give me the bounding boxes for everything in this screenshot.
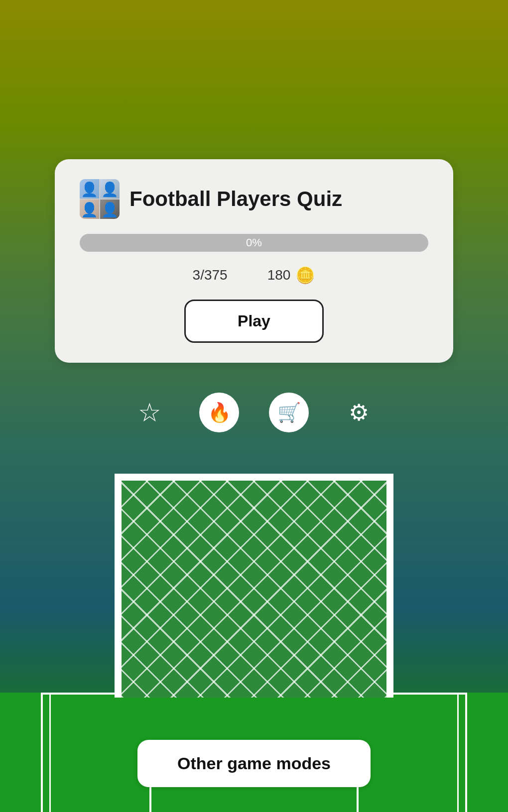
star-icon: ☆ <box>138 398 161 427</box>
play-button[interactable]: Play <box>184 300 324 343</box>
player-cell-2 <box>100 179 120 199</box>
score-stat: 3/375 <box>193 266 228 285</box>
shop-button[interactable]: 🛒 <box>269 393 309 432</box>
cart-icon: 🛒 <box>277 402 301 423</box>
progress-label: 0% <box>246 236 262 249</box>
quiz-card: Football Players Quiz 0% 3/375 180 🪙 Pla… <box>55 159 453 363</box>
coins-stat: 180 🪙 <box>267 266 316 285</box>
other-game-modes-button[interactable]: Other game modes <box>137 740 371 787</box>
fire-icon: 🔥 <box>208 402 231 423</box>
player-cell-4 <box>100 200 120 219</box>
field-line-left <box>41 693 43 812</box>
gear-icon: ⚙ <box>349 399 369 426</box>
favorites-button[interactable]: ☆ <box>129 393 169 432</box>
coin-icon: 🪙 <box>295 266 315 285</box>
settings-button[interactable]: ⚙ <box>339 393 379 432</box>
stats-row: 3/375 180 🪙 <box>80 266 428 285</box>
coins-value: 180 <box>267 267 291 283</box>
player-collage-icon <box>80 179 120 219</box>
score-value: 3/375 <box>193 267 228 283</box>
goal-frame <box>115 474 393 698</box>
field-line-right <box>465 693 467 812</box>
trending-button[interactable]: 🔥 <box>199 393 239 432</box>
player-cell-3 <box>80 200 99 219</box>
card-header: Football Players Quiz <box>80 179 428 219</box>
quiz-title: Football Players Quiz <box>129 187 342 211</box>
progress-bar: 0% <box>80 234 428 252</box>
player-cell-1 <box>80 179 99 199</box>
goal-container <box>115 474 393 698</box>
icon-row: ☆ 🔥 🛒 ⚙ <box>129 393 379 432</box>
